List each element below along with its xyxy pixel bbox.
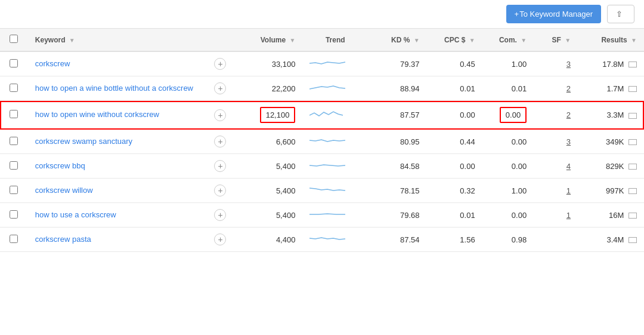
results-cell: 3.3M — [578, 101, 644, 130]
keyword-cell: corkscrew bbq — [28, 154, 205, 179]
sparkline-line — [309, 188, 345, 190]
volume-cell: 5,400 — [237, 179, 303, 203]
sparkline-chart — [309, 136, 348, 147]
add-keyword-button[interactable]: + — [214, 185, 226, 196]
results-value: 17.8M — [602, 60, 624, 69]
volume-value: 4,400 — [276, 235, 296, 244]
keyword-cell: corkscrew swamp sanctuary — [28, 130, 205, 154]
volume-cell: 5,400 — [237, 203, 303, 228]
sf-cell: 2 — [534, 76, 578, 101]
results-cell: 16M — [578, 203, 644, 228]
keyword-cell: how to use a corkscrew — [28, 203, 205, 228]
trend-cell — [302, 228, 368, 252]
keyword-link[interactable]: corkscrew — [35, 59, 70, 68]
volume-value: 5,400 — [276, 186, 296, 195]
row-checkbox[interactable] — [10, 137, 18, 145]
com-value: 0.00 — [512, 211, 527, 220]
results-cell: 3.4M — [578, 228, 644, 252]
trend-cell — [302, 179, 368, 203]
add-cell: + — [204, 203, 236, 228]
keyword-link[interactable]: how to use a corkscrew — [35, 210, 116, 219]
row-checkbox[interactable] — [10, 186, 18, 194]
kd-cell: 78.15 — [368, 179, 427, 203]
results-cell: 829K — [578, 154, 644, 179]
row-checkbox[interactable] — [10, 235, 18, 243]
volume-value: 5,400 — [276, 211, 296, 220]
row-checkbox[interactable] — [10, 161, 18, 170]
cpc-cell: 0.44 — [427, 130, 482, 154]
sparkline-chart — [309, 59, 348, 69]
keyword-link[interactable]: corkscrew bbq — [35, 161, 85, 170]
add-keyword-button[interactable]: + — [214, 136, 226, 147]
results-value: 1.7M — [606, 84, 624, 93]
add-keyword-button[interactable]: + — [214, 109, 226, 121]
keyword-link[interactable]: corkscrew willow — [35, 186, 93, 195]
cpc-sort-icon[interactable]: ▼ — [469, 37, 475, 44]
add-cell: + — [204, 51, 236, 76]
com-header: Com. ▼ — [482, 29, 534, 51]
keyword-sort-icon[interactable]: ▼ — [69, 37, 75, 44]
trend-cell — [302, 130, 368, 154]
keyword-cell: how to open a wine bottle without a cork… — [28, 76, 205, 101]
com-value: 0.00 — [500, 107, 527, 123]
results-icon — [628, 139, 637, 145]
trend-cell — [302, 51, 368, 76]
add-cell: + — [204, 228, 236, 252]
add-keyword-button[interactable]: + — [214, 58, 226, 70]
row-checkbox[interactable] — [10, 84, 18, 92]
row-checkbox[interactable] — [10, 210, 18, 219]
keyword-manager-button[interactable]: + To Keyword Manager — [506, 5, 601, 23]
keyword-cell: corkscrew willow — [28, 179, 205, 203]
kd-value: 78.15 — [400, 186, 420, 195]
add-cell: + — [204, 76, 236, 101]
results-sort-icon[interactable]: ▼ — [631, 37, 637, 44]
add-keyword-button[interactable]: + — [214, 209, 226, 221]
cpc-header: CPC $ ▼ — [427, 29, 482, 51]
table-row: how to open a wine bottle without a cork… — [0, 76, 644, 101]
sf-cell: 4 — [534, 154, 578, 179]
sf-sort-icon[interactable]: ▼ — [565, 37, 571, 44]
com-value: 0.98 — [512, 235, 527, 244]
export-button[interactable]: ⇧ — [607, 5, 634, 23]
sparkline-line — [309, 62, 345, 64]
keyword-link[interactable]: how to open wine without corkscrew — [35, 110, 159, 119]
com-value: 0.00 — [512, 137, 527, 146]
add-keyword-button[interactable]: + — [214, 82, 226, 94]
keyword-link[interactable]: corkscrew swamp sanctuary — [35, 137, 132, 146]
com-value: 1.00 — [512, 60, 527, 69]
row-checkbox[interactable] — [10, 59, 18, 67]
sparkline-chart — [309, 185, 348, 196]
sf-value: 4 — [566, 162, 571, 171]
results-icon — [628, 237, 637, 243]
add-keyword-button[interactable]: + — [214, 160, 226, 172]
select-all-header[interactable] — [0, 29, 28, 51]
com-cell: 0.00 — [482, 203, 534, 228]
volume-value: 5,400 — [276, 162, 296, 171]
export-icon: ⇧ — [616, 10, 623, 19]
add-cell: + — [204, 130, 236, 154]
add-keyword-button[interactable]: + — [214, 233, 226, 245]
header-bar: + To Keyword Manager ⇧ — [0, 0, 644, 29]
select-all-checkbox[interactable] — [10, 35, 18, 43]
sf-cell — [534, 228, 578, 252]
keyword-link[interactable]: how to open a wine bottle without a cork… — [35, 84, 193, 93]
results-icon — [628, 213, 637, 219]
add-cell: + — [204, 179, 236, 203]
kd-sort-icon[interactable]: ▼ — [414, 37, 420, 44]
sparkline-line — [309, 165, 345, 166]
trend-cell — [302, 203, 368, 228]
sf-cell: 3 — [534, 51, 578, 76]
keyword-link[interactable]: corkscrew pasta — [35, 235, 91, 244]
cpc-cell: 0.01 — [427, 76, 482, 101]
volume-cell: 12,100 — [237, 101, 303, 130]
trend-cell — [302, 76, 368, 101]
com-cell: 1.00 — [482, 179, 534, 203]
results-value: 997K — [606, 186, 624, 195]
trend-header: Trend — [302, 29, 368, 51]
volume-sort-icon[interactable]: ▼ — [290, 37, 296, 44]
results-icon — [628, 188, 637, 194]
table-row: corkscrew willow+5,400 78.150.321.001997… — [0, 179, 644, 203]
row-checkbox[interactable] — [10, 110, 18, 118]
com-sort-icon[interactable]: ▼ — [521, 37, 527, 44]
kd-value: 80.95 — [400, 137, 420, 146]
